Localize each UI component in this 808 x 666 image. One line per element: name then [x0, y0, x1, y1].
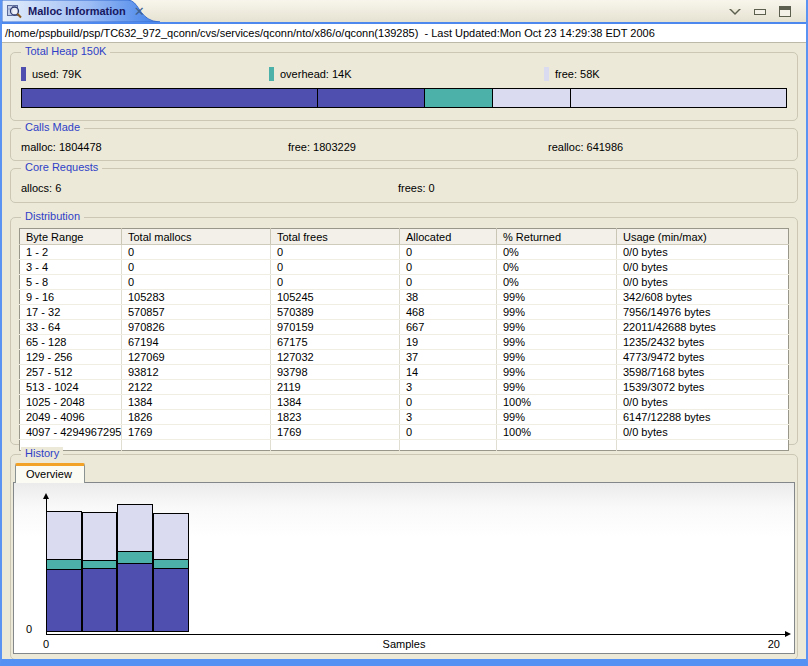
calls-made-group: Calls Made malloc: 1804478 free: 1803229…	[10, 128, 798, 161]
table-row[interactable]: 4097 - 4294967295176917690100%0/0 bytes	[20, 425, 789, 440]
table-cell: 0%	[497, 275, 617, 290]
x-axis	[46, 634, 786, 635]
table-cell: 17 - 32	[20, 305, 122, 320]
table-cell: 99%	[497, 290, 617, 305]
legend-label-free: free: 58K	[555, 68, 600, 80]
table-cell: 1539/3072 bytes	[617, 380, 789, 395]
malloc-information-view: Malloc Information ✕ /home/pspbuild/psp/…	[0, 0, 808, 666]
table-cell: 2122	[122, 380, 271, 395]
table-cell: 570389	[271, 305, 400, 320]
legend-item-used: used: 79K	[21, 67, 269, 81]
table-cell: 127069	[122, 350, 271, 365]
frees-count: frees: 0	[398, 182, 797, 194]
table-cell: 100%	[497, 395, 617, 410]
table-cell: 129 - 256	[20, 350, 122, 365]
table-row[interactable]: 65 - 12867194671751999%1235/2432 bytes	[20, 335, 789, 350]
table-cell: 0/0 bytes	[617, 245, 789, 260]
x-axis-tick-20: 20	[768, 638, 780, 650]
table-row[interactable]: 1 - 20000%0/0 bytes	[20, 245, 789, 260]
maximize-icon[interactable]	[779, 6, 792, 17]
allocs-count: allocs: 6	[21, 182, 398, 194]
view-menu-icon[interactable]	[729, 6, 742, 17]
malloc-information-icon	[6, 3, 22, 19]
table-cell: 0	[400, 275, 497, 290]
table-row[interactable]: 9 - 161052831052453899%342/608 bytes	[20, 290, 789, 305]
table-cell: 65 - 128	[20, 335, 122, 350]
table-row[interactable]: 257 - 51293812937981499%3598/7168 bytes	[20, 365, 789, 380]
table-cell: 0%	[497, 245, 617, 260]
table-cell: 3 - 4	[20, 260, 122, 275]
heap-bar	[21, 88, 787, 108]
close-icon[interactable]: ✕	[132, 5, 147, 18]
table-row[interactable]: 129 - 2561270691270323799%4773/9472 byte…	[20, 350, 789, 365]
table-row[interactable]: 513 - 102421222119399%1539/3072 bytes	[20, 380, 789, 395]
table-cell: 99%	[497, 320, 617, 335]
table-cell: 970826	[122, 320, 271, 335]
column-header-allocated[interactable]: Allocated	[400, 229, 497, 245]
legend-item-overhead: overhead: 14K	[269, 67, 544, 81]
history-bar-segment-used	[153, 568, 189, 632]
table-row[interactable]: 3 - 40000%0/0 bytes	[20, 260, 789, 275]
target-path-status: /home/pspbuild/psp/TC632_972_qconn/cvs/s…	[2, 24, 806, 43]
table-cell: 3598/7168 bytes	[617, 365, 789, 380]
legend-label-overhead: overhead: 14K	[280, 68, 352, 80]
table-cell: 0	[400, 260, 497, 275]
table-row[interactable]: 33 - 6497082697015966799%22011/42688 byt…	[20, 320, 789, 335]
table-cell: 1769	[271, 425, 400, 440]
column-header-usage[interactable]: Usage (min/max)	[617, 229, 789, 245]
table-filler-cell	[497, 440, 617, 451]
history-bar	[46, 512, 82, 632]
distribution-table: Byte Range Total mallocs Total frees All…	[19, 228, 789, 451]
table-cell: 0	[400, 395, 497, 410]
table-cell: 99%	[497, 305, 617, 320]
table-cell: 37	[400, 350, 497, 365]
table-filler-cell	[617, 440, 789, 451]
table-row[interactable]: 5 - 80000%0/0 bytes	[20, 275, 789, 290]
table-cell: 468	[400, 305, 497, 320]
tab-title: Malloc Information	[28, 5, 126, 17]
table-row[interactable]: 17 - 3257085757038946899%7956/14976 byte…	[20, 305, 789, 320]
table-cell: 14	[400, 365, 497, 380]
table-cell: 99%	[497, 410, 617, 425]
table-cell: 93798	[271, 365, 400, 380]
table-cell: 6147/12288 bytes	[617, 410, 789, 425]
table-cell: 342/608 bytes	[617, 290, 789, 305]
table-cell: 0/0 bytes	[617, 275, 789, 290]
table-row[interactable]: 1025 - 2048138413840100%0/0 bytes	[20, 395, 789, 410]
table-cell: 3	[400, 380, 497, 395]
view-toolbar	[729, 0, 806, 22]
table-cell: 0	[400, 425, 497, 440]
history-bar-segment-free	[46, 511, 82, 560]
table-cell: 99%	[497, 350, 617, 365]
heap-segment-used	[22, 89, 318, 107]
table-cell: 2119	[271, 380, 400, 395]
history-bar-segment-free	[153, 513, 189, 560]
column-header-total-frees[interactable]: Total frees	[271, 229, 400, 245]
table-cell: 38	[400, 290, 497, 305]
tab-overview[interactable]: Overview	[15, 463, 85, 483]
tab-malloc-information[interactable]: Malloc Information ✕	[2, 0, 160, 22]
view-tab-bar: Malloc Information ✕	[2, 0, 806, 24]
history-bar-segment-free	[117, 504, 153, 552]
table-cell: 4097 - 4294967295	[20, 425, 122, 440]
column-header-byte-range[interactable]: Byte Range	[20, 229, 122, 245]
table-cell: 0/0 bytes	[617, 425, 789, 440]
table-cell: 7956/14976 bytes	[617, 305, 789, 320]
table-row[interactable]: 2049 - 409618261823399%6147/12288 bytes	[20, 410, 789, 425]
column-header-percent-returned[interactable]: % Returned	[497, 229, 617, 245]
distribution-group: Distribution Byte Range Total mallocs To…	[10, 217, 798, 445]
table-cell: 99%	[497, 380, 617, 395]
table-cell: 970159	[271, 320, 400, 335]
legend-item-free: free: 58K	[544, 67, 600, 81]
history-bar	[153, 514, 189, 632]
history-bar	[82, 513, 117, 632]
legend-label-used: used: 79K	[32, 68, 82, 80]
table-cell: 22011/42688 bytes	[617, 320, 789, 335]
history-bar-segment-free	[82, 512, 117, 561]
overhead-color-chip	[269, 67, 274, 81]
table-cell: 1769	[122, 425, 271, 440]
history-bar-segment-used	[46, 569, 82, 632]
column-header-total-mallocs[interactable]: Total mallocs	[122, 229, 271, 245]
table-cell: 127032	[271, 350, 400, 365]
minimize-icon[interactable]	[754, 6, 767, 17]
